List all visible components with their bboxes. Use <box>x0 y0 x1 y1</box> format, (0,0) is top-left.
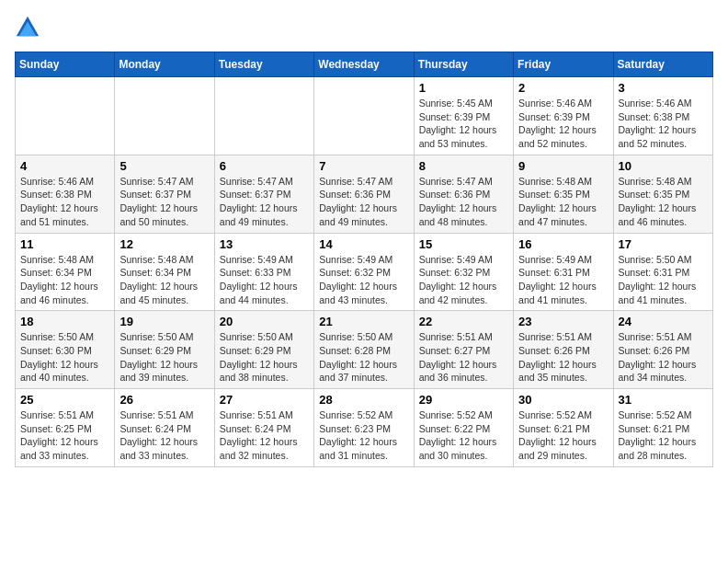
day-number: 30 <box>518 393 608 407</box>
day-number: 31 <box>619 393 708 407</box>
calendar-week-row: 11Sunrise: 5:48 AM Sunset: 6:34 PM Dayli… <box>16 233 713 311</box>
day-info: Sunrise: 5:48 AM Sunset: 6:34 PM Dayligh… <box>119 253 209 307</box>
calendar-week-row: 25Sunrise: 5:51 AM Sunset: 6:25 PM Dayli… <box>16 389 713 467</box>
day-info: Sunrise: 5:49 AM Sunset: 6:31 PM Dayligh… <box>518 253 608 307</box>
day-number: 15 <box>419 237 508 251</box>
calendar-cell: 30Sunrise: 5:52 AM Sunset: 6:21 PM Dayli… <box>514 389 613 467</box>
weekday-header-tuesday: Tuesday <box>214 52 313 77</box>
calendar-cell <box>16 77 115 155</box>
day-info: Sunrise: 5:49 AM Sunset: 6:33 PM Dayligh… <box>220 253 309 307</box>
weekday-header-monday: Monday <box>115 52 214 77</box>
calendar-cell: 31Sunrise: 5:52 AM Sunset: 6:21 PM Dayli… <box>613 389 712 467</box>
day-number: 7 <box>319 159 408 173</box>
day-info: Sunrise: 5:46 AM Sunset: 6:39 PM Dayligh… <box>518 97 608 151</box>
calendar-cell: 20Sunrise: 5:50 AM Sunset: 6:29 PM Dayli… <box>214 311 313 389</box>
day-number: 17 <box>619 237 708 251</box>
day-number: 11 <box>20 237 109 251</box>
calendar-cell: 2Sunrise: 5:46 AM Sunset: 6:39 PM Daylig… <box>514 77 613 155</box>
day-number: 10 <box>619 159 708 173</box>
weekday-header-friday: Friday <box>514 52 613 77</box>
day-number: 9 <box>518 159 608 173</box>
logo-icon <box>15 15 40 40</box>
day-info: Sunrise: 5:47 AM Sunset: 6:36 PM Dayligh… <box>319 175 408 229</box>
day-info: Sunrise: 5:46 AM Sunset: 6:38 PM Dayligh… <box>20 175 109 229</box>
day-number: 6 <box>220 159 309 173</box>
day-number: 23 <box>518 315 608 328</box>
day-number: 19 <box>119 315 209 328</box>
calendar-cell: 6Sunrise: 5:47 AM Sunset: 6:37 PM Daylig… <box>214 155 313 233</box>
day-number: 20 <box>220 315 309 328</box>
calendar-week-row: 4Sunrise: 5:46 AM Sunset: 6:38 PM Daylig… <box>16 155 713 233</box>
day-info: Sunrise: 5:52 AM Sunset: 6:21 PM Dayligh… <box>518 408 608 463</box>
day-info: Sunrise: 5:50 AM Sunset: 6:29 PM Dayligh… <box>119 330 209 385</box>
calendar-cell: 21Sunrise: 5:50 AM Sunset: 6:28 PM Dayli… <box>314 311 414 389</box>
calendar-cell: 26Sunrise: 5:51 AM Sunset: 6:24 PM Dayli… <box>115 389 214 467</box>
day-number: 1 <box>419 81 508 95</box>
day-number: 16 <box>518 237 608 251</box>
day-info: Sunrise: 5:45 AM Sunset: 6:39 PM Dayligh… <box>419 97 508 151</box>
day-number: 24 <box>619 315 708 328</box>
day-number: 8 <box>419 159 508 173</box>
calendar-cell: 9Sunrise: 5:48 AM Sunset: 6:35 PM Daylig… <box>514 155 613 233</box>
weekday-header-wednesday: Wednesday <box>314 52 414 77</box>
calendar-cell <box>115 77 214 155</box>
day-number: 12 <box>119 237 209 251</box>
day-number: 29 <box>419 393 508 407</box>
weekday-header-row: SundayMondayTuesdayWednesdayThursdayFrid… <box>16 52 713 77</box>
day-info: Sunrise: 5:52 AM Sunset: 6:21 PM Dayligh… <box>619 408 708 463</box>
day-info: Sunrise: 5:49 AM Sunset: 6:32 PM Dayligh… <box>319 253 408 307</box>
calendar-cell: 28Sunrise: 5:52 AM Sunset: 6:23 PM Dayli… <box>314 389 414 467</box>
day-number: 5 <box>119 159 209 173</box>
calendar-cell: 14Sunrise: 5:49 AM Sunset: 6:32 PM Dayli… <box>314 233 414 311</box>
calendar-cell: 12Sunrise: 5:48 AM Sunset: 6:34 PM Dayli… <box>115 233 214 311</box>
calendar-cell: 17Sunrise: 5:50 AM Sunset: 6:31 PM Dayli… <box>613 233 712 311</box>
calendar-week-row: 1Sunrise: 5:45 AM Sunset: 6:39 PM Daylig… <box>16 77 713 155</box>
day-info: Sunrise: 5:50 AM Sunset: 6:28 PM Dayligh… <box>319 330 408 385</box>
day-info: Sunrise: 5:48 AM Sunset: 6:34 PM Dayligh… <box>20 253 109 307</box>
day-info: Sunrise: 5:51 AM Sunset: 6:24 PM Dayligh… <box>220 408 309 463</box>
calendar-cell <box>314 77 414 155</box>
day-info: Sunrise: 5:51 AM Sunset: 6:25 PM Dayligh… <box>20 408 109 463</box>
day-info: Sunrise: 5:47 AM Sunset: 6:36 PM Dayligh… <box>419 175 508 229</box>
calendar-cell: 10Sunrise: 5:48 AM Sunset: 6:35 PM Dayli… <box>613 155 712 233</box>
calendar-cell: 15Sunrise: 5:49 AM Sunset: 6:32 PM Dayli… <box>414 233 513 311</box>
calendar-cell: 22Sunrise: 5:51 AM Sunset: 6:27 PM Dayli… <box>414 311 513 389</box>
day-number: 14 <box>319 237 408 251</box>
calendar-cell: 25Sunrise: 5:51 AM Sunset: 6:25 PM Dayli… <box>16 389 115 467</box>
calendar-cell <box>214 77 313 155</box>
calendar-cell: 3Sunrise: 5:46 AM Sunset: 6:38 PM Daylig… <box>613 77 712 155</box>
day-info: Sunrise: 5:49 AM Sunset: 6:32 PM Dayligh… <box>419 253 508 307</box>
calendar-cell: 27Sunrise: 5:51 AM Sunset: 6:24 PM Dayli… <box>214 389 313 467</box>
day-info: Sunrise: 5:51 AM Sunset: 6:26 PM Dayligh… <box>518 330 608 385</box>
day-info: Sunrise: 5:50 AM Sunset: 6:30 PM Dayligh… <box>20 330 109 385</box>
logo <box>15 15 44 40</box>
day-info: Sunrise: 5:48 AM Sunset: 6:35 PM Dayligh… <box>518 175 608 229</box>
calendar-cell: 13Sunrise: 5:49 AM Sunset: 6:33 PM Dayli… <box>214 233 313 311</box>
weekday-header-saturday: Saturday <box>613 52 712 77</box>
day-info: Sunrise: 5:47 AM Sunset: 6:37 PM Dayligh… <box>220 175 309 229</box>
calendar-cell: 7Sunrise: 5:47 AM Sunset: 6:36 PM Daylig… <box>314 155 414 233</box>
day-info: Sunrise: 5:50 AM Sunset: 6:31 PM Dayligh… <box>619 253 708 307</box>
day-info: Sunrise: 5:50 AM Sunset: 6:29 PM Dayligh… <box>220 330 309 385</box>
calendar-cell: 19Sunrise: 5:50 AM Sunset: 6:29 PM Dayli… <box>115 311 214 389</box>
calendar-cell: 23Sunrise: 5:51 AM Sunset: 6:26 PM Dayli… <box>514 311 613 389</box>
calendar-cell: 1Sunrise: 5:45 AM Sunset: 6:39 PM Daylig… <box>414 77 513 155</box>
weekday-header-sunday: Sunday <box>16 52 115 77</box>
calendar-cell: 5Sunrise: 5:47 AM Sunset: 6:37 PM Daylig… <box>115 155 214 233</box>
calendar-week-row: 18Sunrise: 5:50 AM Sunset: 6:30 PM Dayli… <box>16 311 713 389</box>
weekday-header-thursday: Thursday <box>414 52 513 77</box>
day-info: Sunrise: 5:48 AM Sunset: 6:35 PM Dayligh… <box>619 175 708 229</box>
day-info: Sunrise: 5:52 AM Sunset: 6:22 PM Dayligh… <box>419 408 508 463</box>
day-number: 3 <box>619 81 708 95</box>
calendar-cell: 8Sunrise: 5:47 AM Sunset: 6:36 PM Daylig… <box>414 155 513 233</box>
day-number: 21 <box>319 315 408 328</box>
day-number: 26 <box>119 393 209 407</box>
calendar-cell: 24Sunrise: 5:51 AM Sunset: 6:26 PM Dayli… <box>613 311 712 389</box>
day-number: 18 <box>20 315 109 328</box>
day-number: 2 <box>518 81 608 95</box>
day-info: Sunrise: 5:51 AM Sunset: 6:24 PM Dayligh… <box>119 408 209 463</box>
calendar-cell: 16Sunrise: 5:49 AM Sunset: 6:31 PM Dayli… <box>514 233 613 311</box>
day-info: Sunrise: 5:52 AM Sunset: 6:23 PM Dayligh… <box>319 408 408 463</box>
day-number: 4 <box>20 159 109 173</box>
day-number: 13 <box>220 237 309 251</box>
